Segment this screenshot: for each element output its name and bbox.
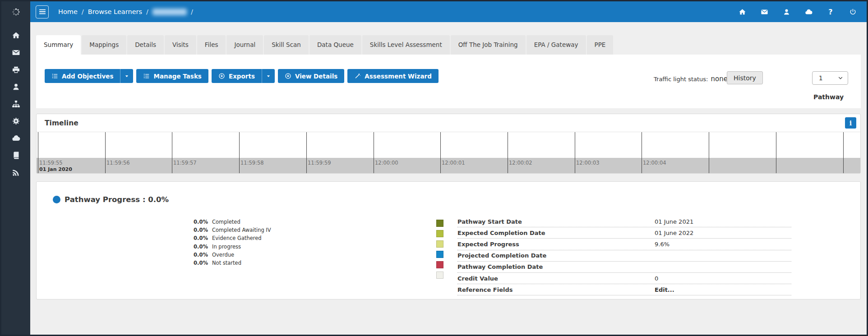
timeline-tick bbox=[575, 132, 575, 173]
tab-data-queue[interactable]: Data Queue bbox=[309, 35, 361, 55]
timeline-chart[interactable]: 11:59:55 11:59:56 11:59:57 11:59:58 11:5… bbox=[37, 132, 860, 173]
timeline-header: Timeline i bbox=[37, 114, 860, 132]
main-content: Summary Mappings Details Visits Files Jo… bbox=[30, 22, 867, 335]
breadcrumb-browse-learners[interactable]: Browse Learners bbox=[88, 8, 142, 15]
add-objectives-caret-button[interactable] bbox=[120, 69, 133, 83]
legend-pct: 0.0% bbox=[193, 219, 208, 225]
traffic-light-status: Traffic light status: none bbox=[654, 75, 728, 83]
chevron-down-icon bbox=[838, 75, 843, 81]
info-icon[interactable]: i bbox=[845, 117, 856, 129]
timeline-tick bbox=[239, 132, 240, 173]
reference-fields-edit-link[interactable]: Edit... bbox=[655, 286, 674, 293]
topbar-icons: ? bbox=[738, 8, 867, 16]
legend-label: Overdue bbox=[212, 252, 234, 258]
tab-skills-level-assessment[interactable]: Skills Level Assessment bbox=[362, 35, 450, 55]
tab-mappings[interactable]: Mappings bbox=[82, 35, 126, 55]
history-button[interactable]: History bbox=[727, 71, 763, 84]
timeline-tick bbox=[172, 132, 172, 173]
rss-icon[interactable] bbox=[1, 164, 30, 181]
tasks-icon bbox=[143, 73, 150, 79]
add-objectives-button[interactable]: Add Objectives bbox=[45, 69, 120, 83]
detail-label: Expected Completion Date bbox=[457, 230, 655, 236]
legend-pct: 0.0% bbox=[193, 235, 208, 241]
print-icon[interactable] bbox=[1, 61, 30, 78]
traffic-light-label: Traffic light status: bbox=[654, 76, 708, 83]
tab-epa-gateway[interactable]: EPA / Gateway bbox=[526, 35, 586, 55]
legend-label: Completed Awaiting IV bbox=[212, 227, 271, 233]
hamburger-icon bbox=[39, 9, 46, 14]
legend-label: Evidence Gathered bbox=[212, 235, 262, 241]
pathway-select[interactable]: 1 bbox=[812, 71, 848, 85]
loading-spinner-icon bbox=[1, 8, 30, 26]
pathway-select-value: 1 bbox=[819, 74, 823, 82]
help-icon[interactable]: ? bbox=[826, 8, 835, 16]
cloud-icon[interactable] bbox=[1, 129, 30, 147]
view-details-button[interactable]: View Details bbox=[278, 69, 344, 83]
exports-caret-button[interactable] bbox=[262, 69, 275, 83]
summary-panel: Add Objectives Manage Tasks Exports bbox=[36, 55, 861, 108]
timeline-tick bbox=[843, 132, 844, 173]
timeline-tick-label: 11:59:58 bbox=[240, 160, 264, 166]
breadcrumb: Home / Browse Learners / / bbox=[58, 8, 193, 15]
download-circle-icon bbox=[218, 73, 225, 79]
gear-icon[interactable] bbox=[1, 112, 30, 129]
sidebar-nav bbox=[1, 27, 30, 181]
timeline-tick bbox=[105, 132, 106, 173]
legend-label: Not started bbox=[212, 260, 241, 266]
assessment-wizard-button[interactable]: Assessment Wizard bbox=[347, 69, 439, 83]
user-icon[interactable] bbox=[1, 78, 30, 95]
table-row: Projected Completion Date bbox=[457, 250, 791, 262]
pathway-progress-title: Pathway Progress : 0.0% bbox=[65, 195, 169, 204]
tab-skill-scan[interactable]: Skill Scan bbox=[264, 35, 309, 55]
tab-visits[interactable]: Visits bbox=[165, 35, 196, 55]
menu-toggle-button[interactable] bbox=[36, 5, 49, 18]
timeline-tick-label: 12:00:00 bbox=[375, 160, 398, 166]
caret-down-icon bbox=[266, 74, 271, 78]
timeline-start-date: 01 Jan 2020 bbox=[39, 166, 72, 172]
table-row: Expected Completion Date 01 June 2022 bbox=[457, 227, 791, 239]
legend-row: 0.0% Completed Awaiting IV bbox=[193, 226, 271, 234]
progress-legend: 0.0% Completed 0.0% Completed Awaiting I… bbox=[193, 218, 271, 267]
envelope-icon[interactable] bbox=[1, 44, 30, 61]
detail-label: Credit Value bbox=[457, 275, 655, 282]
home-icon[interactable] bbox=[1, 27, 30, 44]
tab-summary[interactable]: Summary bbox=[36, 35, 81, 55]
sitemap-icon[interactable] bbox=[1, 95, 30, 112]
tab-ppe[interactable]: PPE bbox=[587, 35, 614, 55]
sidebar bbox=[1, 1, 30, 335]
tab-details[interactable]: Details bbox=[127, 35, 164, 55]
power-icon[interactable] bbox=[849, 8, 857, 16]
status-swatch-evidence-gathered bbox=[436, 240, 443, 248]
book-icon[interactable] bbox=[1, 147, 30, 164]
table-row: Credit Value 0 bbox=[457, 273, 791, 284]
envelope-icon[interactable] bbox=[760, 8, 768, 16]
timeline-tick-label: 11:59:56 bbox=[106, 160, 130, 166]
timeline-tick-label: 11:59:55 bbox=[39, 160, 63, 166]
tab-files[interactable]: Files bbox=[197, 35, 226, 55]
toolbar-buttons: Add Objectives Manage Tasks Exports bbox=[45, 69, 439, 83]
timeline-tick-label: 12:00:02 bbox=[509, 160, 532, 166]
caret-down-icon bbox=[125, 74, 129, 78]
user-icon[interactable] bbox=[782, 8, 790, 16]
breadcrumb-home[interactable]: Home bbox=[58, 8, 78, 15]
detail-label: Reference Fields bbox=[457, 286, 655, 293]
table-row: Reference Fields Edit... bbox=[457, 284, 791, 295]
home-icon[interactable] bbox=[738, 8, 746, 16]
cloud-icon[interactable] bbox=[804, 8, 813, 16]
legend-pct: 0.0% bbox=[193, 252, 208, 258]
timeline-tick bbox=[508, 132, 508, 173]
tab-journal[interactable]: Journal bbox=[226, 35, 263, 55]
timeline-tick-label: 12:00:04 bbox=[643, 160, 666, 166]
timeline-tick-label: 11:59:59 bbox=[308, 160, 331, 166]
learner-name-blurred[interactable] bbox=[152, 9, 187, 15]
manage-tasks-button[interactable]: Manage Tasks bbox=[136, 69, 208, 83]
legend-pct: 0.0% bbox=[193, 244, 208, 250]
legend-label: Completed bbox=[212, 219, 240, 225]
tab-off-the-job-training[interactable]: Off The Job Training bbox=[451, 35, 526, 55]
timeline-tick bbox=[776, 132, 776, 173]
app-window: Home / Browse Learners / / ? bbox=[0, 0, 868, 336]
detail-value: 01 June 2021 bbox=[655, 218, 693, 225]
pathway-details-table: Pathway Start Date 01 June 2021 Expected… bbox=[457, 216, 791, 295]
exports-button[interactable]: Exports bbox=[212, 69, 262, 83]
exports-group: Exports bbox=[212, 69, 275, 83]
